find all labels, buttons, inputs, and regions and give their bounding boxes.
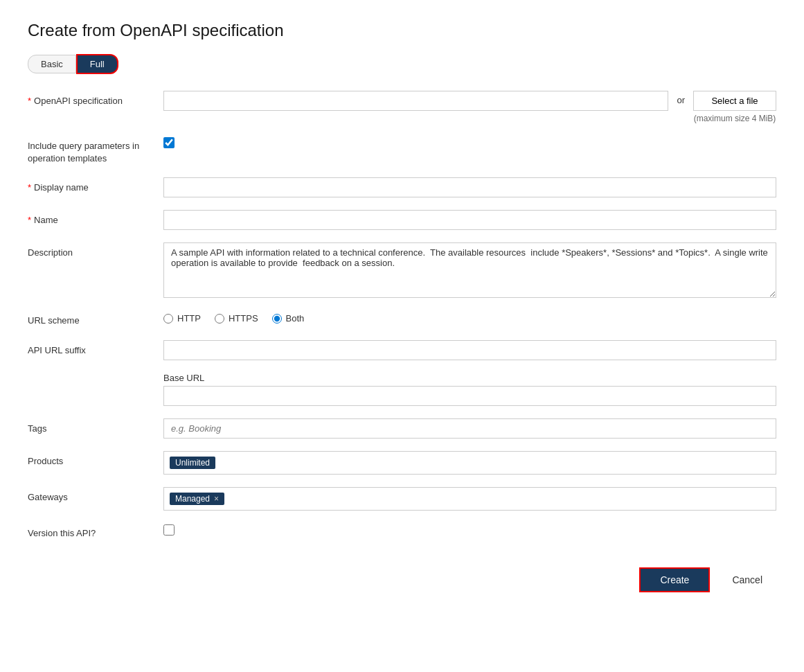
include-query-control [163,136,776,148]
api-url-suffix-control: conference [163,340,776,360]
url-scheme-control: HTTP HTTPS Both [163,310,776,324]
openapi-row: *OpenAPI specification https://conferenc… [28,91,776,123]
name-row: *Name demo-conference-api [28,210,776,230]
display-name-row: *Display name Demo Conference API [28,177,776,197]
display-name-input[interactable]: Demo Conference API [163,177,776,197]
file-max-size: (maximum size 4 MiB) [694,114,776,123]
form: *OpenAPI specification https://conferenc… [28,91,776,540]
version-row: Version this API? [28,523,776,540]
name-input[interactable]: demo-conference-api [163,210,776,230]
tags-control [163,418,776,439]
products-row: Products Unlimited [28,451,776,475]
products-chip-unlimited: Unlimited [170,457,215,469]
description-textarea[interactable]: A sample API with information related to… [163,242,776,298]
gateways-chip-managed: Managed × [170,493,224,505]
description-row: Description A sample API with informatio… [28,242,776,298]
api-url-suffix-label: API URL suffix [28,340,152,357]
radio-https-input[interactable] [215,314,224,324]
gateways-control: Managed × [163,487,776,511]
file-btn-wrapper: Select a file (maximum size 4 MiB) [693,91,776,123]
footer: Create Cancel [28,567,776,592]
base-url-input: http(s)://apim-hello-world-z.azure-api.n… [163,386,776,406]
tab-full[interactable]: Full [76,54,118,74]
url-scheme-radio-group: HTTP HTTPS Both [163,310,304,324]
name-label: *Name [28,210,152,227]
url-scheme-row: URL scheme HTTP HTTPS Both [28,310,776,327]
radio-https[interactable]: HTTPS [215,313,258,324]
cancel-button[interactable]: Cancel [718,567,776,592]
description-control: A sample API with information related to… [163,242,776,298]
gateways-chip-managed-remove[interactable]: × [214,494,219,504]
base-url-section: Base URL http(s)://apim-hello-world-z.az… [163,373,776,406]
api-url-suffix-row: API URL suffix conference [28,340,776,360]
required-star-display: * [28,182,31,193]
or-label: or [677,91,685,105]
version-checkbox[interactable] [163,524,175,536]
name-control: demo-conference-api [163,210,776,230]
openapi-label: *OpenAPI specification [28,91,152,107]
radio-both[interactable]: Both [272,313,305,324]
products-label: Products [28,451,152,468]
radio-http-input[interactable] [163,314,173,324]
openapi-input[interactable]: https://conferenceapi.azurewebsites.net/… [163,91,668,111]
select-file-button[interactable]: Select a file [693,91,776,111]
description-label: Description [28,242,152,259]
include-query-checkbox[interactable] [163,137,175,148]
gateways-label: Gateways [28,487,152,504]
gateways-row: Gateways Managed × [28,487,776,511]
tab-basic[interactable]: Basic [28,55,76,73]
api-url-suffix-input[interactable]: conference [163,340,776,360]
base-url-row: Base URL http(s)://apim-hello-world-z.az… [28,373,776,406]
radio-both-input[interactable] [272,314,282,324]
tags-input[interactable] [163,418,776,439]
tags-row: Tags [28,418,776,439]
gateways-chip-wrapper[interactable]: Managed × [163,487,776,511]
include-query-label: Include query parameters in operation te… [28,136,152,165]
display-name-control: Demo Conference API [163,177,776,197]
tab-row: Basic Full [28,54,776,74]
radio-http[interactable]: HTTP [163,313,201,324]
base-url-label: Base URL [163,373,776,383]
products-control: Unlimited [163,451,776,475]
page-title: Create from OpenAPI specification [28,21,776,40]
version-control [163,523,776,536]
tags-label: Tags [28,418,152,435]
include-query-row: Include query parameters in operation te… [28,136,776,165]
openapi-control-area: https://conferenceapi.azurewebsites.net/… [163,91,776,123]
required-star-name: * [28,215,31,225]
version-label: Version this API? [28,523,152,540]
create-button[interactable]: Create [639,567,710,592]
url-scheme-label: URL scheme [28,310,152,327]
required-star-openapi: * [28,96,31,106]
display-name-label: *Display name [28,177,152,194]
products-chip-wrapper[interactable]: Unlimited [163,451,776,475]
